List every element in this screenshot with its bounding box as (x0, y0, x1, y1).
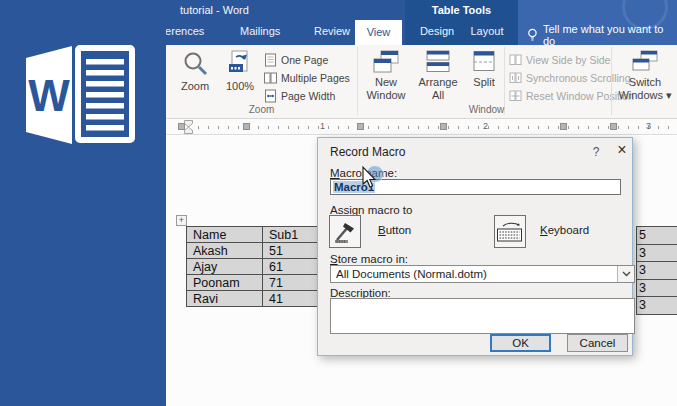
table-fragment-cell[interactable]: 3 (636, 279, 677, 298)
multiple-pages-button[interactable]: Multiple Pages (264, 69, 350, 87)
keyboard-icon (496, 221, 524, 243)
switch-windows-label: Switch Windows ▾ (616, 76, 674, 101)
zoom-button[interactable]: Zoom (172, 45, 218, 109)
tell-me-label: Tell me what you want to do (543, 23, 677, 47)
dropdown-chevron-button[interactable] (617, 266, 634, 282)
word-logo: W (26, 40, 138, 154)
new-window-button[interactable]: New Window (362, 45, 410, 109)
zoom-button-label: Zoom (181, 80, 209, 93)
tab-view-active[interactable]: View (355, 20, 402, 45)
group-separator (357, 47, 358, 115)
store-macro-label: Store macro in: (330, 253, 408, 265)
window-group-label: Window (362, 104, 611, 115)
group-separator (611, 47, 612, 115)
column-marker[interactable] (357, 123, 364, 130)
table-fragment-cell[interactable]: 5 (636, 226, 677, 245)
indent-marker-icon[interactable] (184, 120, 193, 134)
record-macro-dialog: Record Macro ? × Macro name: Macro1 Assi… (317, 137, 633, 356)
ruler-ticks (178, 126, 671, 129)
arrange-all-button[interactable]: Arrange All (413, 45, 463, 109)
button-label-rest: utton (386, 224, 412, 236)
one-page-button[interactable]: One Page (264, 51, 350, 69)
switch-windows-button[interactable]: Switch Windows ▾ (616, 45, 674, 109)
table-cell[interactable]: 41 (263, 291, 325, 307)
magnifier-icon (182, 50, 209, 77)
cancel-button[interactable]: Cancel (567, 334, 628, 352)
button-accesskey: B (378, 224, 386, 236)
column-marker[interactable] (178, 123, 185, 130)
table-header-row: Name Sub1 (187, 227, 325, 243)
dialog-title: Record Macro (330, 145, 405, 159)
ruler-number: 2 (483, 121, 488, 131)
zoom-100-button[interactable]: 100% (218, 45, 262, 109)
new-window-icon (373, 50, 399, 73)
help-button[interactable]: ? (588, 145, 604, 159)
table-cell[interactable]: 71 (263, 275, 325, 291)
hammer-icon (333, 220, 357, 244)
column-marker[interactable] (440, 123, 447, 130)
lightbulb-icon (527, 28, 538, 42)
table-cell[interactable]: Ajay (187, 259, 263, 275)
store-macro-value: All Documents (Normal.dotm) (336, 268, 487, 280)
table-move-handle[interactable]: + (176, 215, 187, 226)
table-cell[interactable]: Akash (187, 243, 263, 259)
ribbon: Zoom 100% One Page Multiple Page (166, 45, 677, 119)
column-marker[interactable] (560, 123, 567, 130)
close-icon[interactable]: × (613, 141, 631, 159)
keyboard-label-rest: eyboard (548, 224, 590, 236)
table-cell[interactable]: Poonam (187, 275, 263, 291)
page-width-button[interactable]: Page Width (264, 87, 350, 105)
arrange-all-icon (426, 50, 451, 73)
assign-button-button[interactable] (329, 215, 361, 248)
switch-windows-icon (632, 50, 658, 73)
switch-windows-text: Switch Windows (618, 76, 663, 101)
tab-review[interactable]: Review (314, 25, 350, 45)
page-100-icon (227, 50, 253, 77)
multiple-pages-icon (264, 71, 277, 85)
table-cell[interactable]: 51 (263, 243, 325, 259)
split-label: Split (473, 76, 494, 89)
ok-button[interactable]: OK (490, 334, 551, 352)
tab-mailings[interactable]: Mailings (240, 25, 280, 45)
tab-design[interactable]: Design (414, 25, 460, 45)
description-textarea[interactable] (330, 298, 635, 334)
window-title: tutorial - Word (180, 4, 249, 16)
assign-keyboard-button[interactable] (494, 215, 526, 248)
chevron-down-icon (622, 271, 631, 277)
table-fragment-cell[interactable]: 3 (636, 261, 677, 280)
ruler-number: 3 (646, 121, 651, 131)
store-label-rest: tore macro in: (338, 253, 408, 265)
table-fragment-cell[interactable]: 3 (636, 244, 677, 263)
split-icon (472, 50, 497, 73)
column-marker[interactable] (243, 123, 250, 130)
table-header-cell[interactable]: Name (187, 227, 263, 243)
one-page-icon (264, 53, 277, 67)
zoom-100-label: 100% (226, 80, 254, 93)
ruler-number: 1 (320, 121, 325, 131)
table-cell[interactable]: Ravi (187, 291, 263, 307)
store-macro-dropdown[interactable]: All Documents (Normal.dotm) (330, 265, 635, 283)
tell-me-box[interactable]: Tell me what you want to do (527, 26, 677, 44)
mouse-cursor-icon (356, 164, 392, 194)
page-width-label: Page Width (281, 90, 335, 102)
view-side-by-side-label: View Side by Side (526, 54, 610, 66)
assign-button-label: Button (378, 224, 411, 236)
side-by-side-icon (509, 54, 522, 66)
table-header-cell[interactable]: Sub1 (263, 227, 325, 243)
zoom-group-label: Zoom (166, 104, 357, 115)
table-row: Akash 51 (187, 243, 325, 259)
table-row: Ravi 41 (187, 291, 325, 307)
horizontal-ruler: 1 2 3 (166, 119, 677, 135)
synchronous-scrolling-icon (509, 72, 522, 84)
table-tools-label: Table Tools (405, 4, 518, 16)
reset-window-position-icon (509, 90, 522, 102)
column-marker[interactable] (610, 123, 617, 130)
tab-layout[interactable]: Layout (464, 25, 510, 45)
keyboard-accesskey: K (540, 224, 548, 236)
split-button[interactable]: Split (465, 45, 503, 109)
word-logo-letter: W (28, 71, 70, 120)
word-logo-lines (86, 59, 124, 131)
table-fragment-cell[interactable]: 3 (636, 296, 677, 315)
table-cell[interactable]: 61 (263, 259, 325, 275)
table-row: Ajay 61 (187, 259, 325, 275)
